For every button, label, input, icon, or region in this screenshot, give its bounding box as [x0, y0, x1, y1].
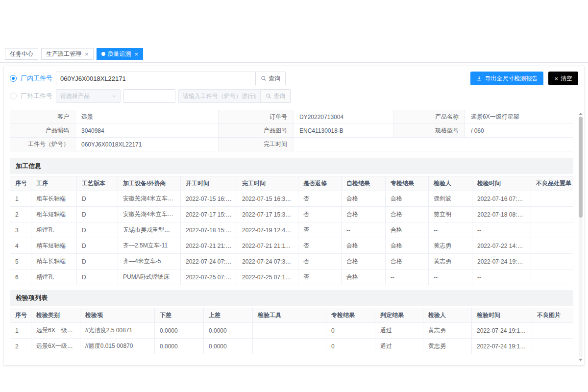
- table-cell: 合格: [342, 254, 386, 270]
- column-header: 检验人: [429, 176, 472, 191]
- tab-quality-trace[interactable]: 质量追溯 ×: [97, 48, 144, 60]
- table-cell: 4: [10, 238, 31, 254]
- table-row: 4精车短轴端D齐—2.5M立车-112022-07-21 21:11:51202…: [10, 238, 573, 254]
- column-header: 工艺版本: [77, 176, 118, 191]
- table-cell: //圆度0.015 00870: [80, 339, 155, 354]
- table-cell: 黄志勇: [429, 254, 472, 270]
- product-select-placeholder: 请选择产品: [60, 92, 90, 100]
- column-header: 完工时间: [237, 176, 298, 191]
- table-cell: 黄志勇: [423, 339, 472, 354]
- search-rows: 厂内工件号 查询 厂外工件号 请选择产品: [10, 72, 291, 103]
- table-cell: 无锡市昊戎重型机械...: [118, 222, 181, 238]
- table-cell: 2022-07-21 21:11:51: [181, 238, 237, 254]
- export-button-label: 导出全尺寸检测报告: [485, 74, 538, 83]
- table-cell: 安徽芜湖4米立车1#-8: [118, 191, 181, 207]
- scrollbar-track[interactable]: [579, 117, 583, 357]
- info-label: 客户: [10, 110, 75, 124]
- info-row: 产品编码 3040984 产品图号 ENC41130018-B 规格型号 / 0…: [10, 124, 573, 138]
- table-cell: 精镗孔: [31, 270, 77, 285]
- table-cell: 2022-07-25 07:12:44: [181, 270, 237, 285]
- close-icon[interactable]: ×: [135, 51, 139, 57]
- column-header: 是否返修: [298, 176, 342, 191]
- table-cell: 合格: [386, 207, 429, 222]
- table-cell: 2022-07-17 15:38:52: [237, 207, 298, 222]
- column-header: 检验项: [80, 308, 155, 323]
- column-header: 不良图片: [532, 308, 573, 323]
- info-value: / 060: [465, 124, 573, 138]
- column-header: 上差: [204, 308, 253, 323]
- table-row: 2粗车短轴端D安徽芜湖4米立车1#-82022-07-17 15:38:5220…: [10, 207, 573, 222]
- table-cell: 2022-07-24 19:14:18: [472, 339, 532, 354]
- external-workpiece-row: 厂外工件号 请选择产品 查询: [10, 89, 291, 103]
- table-cell: 0.0000: [204, 323, 253, 339]
- clear-button[interactable]: × 清空: [548, 72, 578, 85]
- table-cell: 2: [10, 339, 31, 354]
- table-cell: --: [429, 270, 472, 285]
- table-cell: 合格: [386, 222, 429, 238]
- external-workpiece-radio[interactable]: [10, 93, 17, 99]
- action-buttons: 导出全尺寸检测报告 × 清空: [470, 72, 578, 85]
- scroll-down-arrow-icon[interactable]: [579, 359, 583, 361]
- table-cell: //光洁度2.5 00871: [80, 323, 155, 339]
- order-info-table: 客户 远景 订单号 DY20220713004 产品名称 远景6X一级行星架 产…: [10, 110, 573, 151]
- inspection-section: 检验项列表 序号检验类别检验项下差上差检验工具专检结果判定结果检验人检验时间不良…: [10, 290, 573, 354]
- table-cell: 贾立明: [429, 207, 472, 222]
- export-report-button[interactable]: 导出全尺寸检测报告: [470, 72, 543, 85]
- table-row: 2远景6X一级行星架//圆度0.015 008700.00000.00000通过…: [10, 339, 573, 354]
- tab-task-center[interactable]: 任务中心: [5, 48, 38, 60]
- external-workpiece-radio-label[interactable]: 厂外工件号: [21, 92, 56, 100]
- table-cell: 合格: [386, 191, 429, 207]
- internal-workpiece-radio-label[interactable]: 厂内工件号: [21, 74, 56, 83]
- table-cell: 齐—4米立车-5: [118, 254, 181, 270]
- close-icon[interactable]: ×: [85, 51, 89, 57]
- tab-production-dispatch[interactable]: 生产派工管理 ×: [41, 48, 94, 60]
- table-cell: [532, 339, 573, 354]
- processing-section-title: 加工信息: [10, 158, 573, 174]
- table-cell: 远景6X一级行星架: [31, 339, 80, 354]
- tab-bar: 任务中心 生产派工管理 × 质量追溯 ×: [0, 48, 588, 63]
- close-icon: ×: [554, 75, 558, 82]
- table-cell: D: [77, 270, 118, 285]
- table-cell: 0.0000: [155, 339, 204, 354]
- product-select[interactable]: 请选择产品: [56, 89, 121, 103]
- info-label: 规格型号: [394, 124, 465, 138]
- table-row: 5精车长轴端D齐—4米立车-52022-07-24 07:39:362022-0…: [10, 254, 573, 270]
- table-cell: 0.0000: [155, 323, 204, 339]
- column-header: 加工设备/外协商: [118, 176, 181, 191]
- query-button-label: 查询: [273, 92, 285, 100]
- table-row: 1粗车长轴端D安徽芜湖4米立车1#-82022-07-15 16:31:2220…: [10, 191, 573, 207]
- column-header: 检验工具: [253, 308, 326, 323]
- table-header-row: 序号检验类别检验项下差上差检验工具专检结果判定结果检验人检验时间不良图片: [10, 308, 573, 323]
- table-header-row: 序号工序工艺版本加工设备/外协商开工时间完工时间是否返修自检结果专检结果检验人检…: [10, 176, 573, 191]
- table-cell: 2022-07-16 07:56:17: [472, 191, 531, 207]
- table-cell: 2022-07-19 12:48:39: [237, 222, 298, 238]
- table-row: 6精镗孔DPUMA卧式镗铣床2022-07-25 07:12:442022-07…: [10, 270, 573, 285]
- table-cell: 合格: [342, 191, 386, 207]
- external-extra-input[interactable]: [123, 89, 175, 103]
- info-value: 远景6X一级行星架: [465, 110, 573, 124]
- table-cell: [253, 323, 326, 339]
- external-trace-input[interactable]: [178, 89, 261, 103]
- scroll-up-arrow-icon[interactable]: [579, 113, 583, 115]
- internal-query-button[interactable]: 查询: [256, 72, 286, 85]
- table-row: 1远景6X一级行星架//光洁度2.5 008710.00000.00000通过黄…: [10, 323, 573, 339]
- table-cell: D: [77, 254, 118, 270]
- table-cell: 2022-07-22 14:27:20: [472, 238, 531, 254]
- workpiece-number-input[interactable]: [56, 72, 256, 85]
- main-panel: 厂内工件号 查询 厂外工件号 请选择产品: [4, 66, 584, 365]
- vertical-scrollbar[interactable]: [578, 112, 583, 362]
- column-header: 检验人: [423, 308, 472, 323]
- table-cell: 1: [10, 191, 31, 207]
- table-cell: 否: [298, 238, 342, 254]
- info-label: 产品编码: [10, 124, 75, 138]
- external-query-button[interactable]: 查询: [261, 89, 291, 103]
- table-cell: D: [77, 191, 118, 207]
- column-header: 工序: [31, 176, 77, 191]
- info-value: 060YJ6X0018XL22171: [75, 138, 219, 151]
- active-dot-icon: [101, 52, 105, 56]
- table-cell: 2022-07-24 19:14:18: [472, 323, 532, 339]
- query-button-label: 查询: [269, 74, 280, 83]
- internal-workpiece-radio[interactable]: [10, 75, 17, 82]
- download-icon: [476, 75, 482, 81]
- scrollbar-thumb[interactable]: [579, 117, 583, 218]
